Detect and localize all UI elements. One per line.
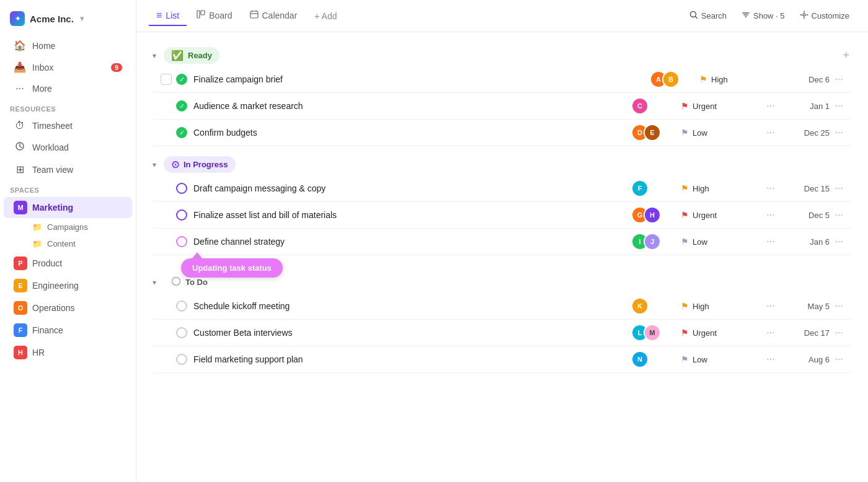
task-row[interactable]: Finalize asset list and bill of material… xyxy=(151,202,853,229)
customize-label: Customize xyxy=(812,11,849,20)
task-row[interactable]: ✓ Audience & market research C ⚑ Urgent … xyxy=(151,93,853,120)
sidebar: ✦ Acme Inc. ▾ 🏠 Home 📥 Inbox 9 ··· More … xyxy=(0,0,136,482)
group-ready-header: ▾ ✅ Ready + xyxy=(151,47,853,64)
in-progress-group-label[interactable]: ⊙ In Progress xyxy=(164,156,236,173)
sub-item-content[interactable]: 📁 Content xyxy=(4,236,132,252)
space-item-marketing[interactable]: M Marketing xyxy=(4,197,132,218)
task-row[interactable]: Customer Beta interviews L M ⚑ Urgent ··… xyxy=(151,320,853,346)
tab-list[interactable]: ≡ List xyxy=(149,6,187,26)
sidebar-item-timesheet[interactable]: ⏱ Timesheet xyxy=(4,116,132,136)
space-item-finance[interactable]: F Finance xyxy=(4,320,132,341)
task-row[interactable]: Field marketing support plan N ⚑ Low ···… xyxy=(151,346,853,373)
task-name: Finalize asset list and bill of material… xyxy=(187,210,631,220)
sidebar-item-teamview[interactable]: ⊞ Team view xyxy=(4,159,132,180)
ready-add-btn[interactable]: + xyxy=(839,48,853,63)
task-name: Finalize campaign brief xyxy=(187,74,650,84)
sidebar-item-inbox[interactable]: 📥 Inbox 9 xyxy=(4,57,132,77)
svg-rect-2 xyxy=(201,11,205,15)
task-status-circle[interactable] xyxy=(176,354,187,365)
task-row[interactable]: Define channel strategy I J ⚑ Low ··· Ja… xyxy=(151,229,853,255)
sidebar-item-more[interactable]: ··· More xyxy=(4,79,132,99)
to-do-collapse-btn[interactable]: ▾ xyxy=(151,277,157,288)
priority-label: Urgent xyxy=(693,328,717,338)
app-logo[interactable]: ✦ Acme Inc. ▾ xyxy=(0,7,136,35)
task-date: Dec 6 xyxy=(780,75,830,84)
task-more-menu[interactable]: ··· xyxy=(830,209,848,221)
workload-icon xyxy=(14,141,26,154)
ready-group-label[interactable]: ✅ Ready xyxy=(164,47,219,64)
space-item-hr[interactable]: H HR xyxy=(4,342,132,363)
task-date: Dec 5 xyxy=(780,211,830,220)
svg-rect-3 xyxy=(250,11,258,18)
task-status-circle[interactable]: ✓ xyxy=(176,100,187,112)
resources-section-label: Resources xyxy=(0,99,136,115)
task-more-menu[interactable]: ··· xyxy=(830,183,848,194)
task-status-circle[interactable] xyxy=(176,236,187,247)
task-status-circle[interactable]: ✓ xyxy=(176,127,187,138)
flag-icon: ⚑ xyxy=(681,210,689,220)
space-item-product[interactable]: P Product xyxy=(4,253,132,274)
avatar: K xyxy=(631,297,649,315)
tab-list-label: List xyxy=(166,11,179,20)
task-checkbox[interactable] xyxy=(156,74,176,85)
marketing-badge: M xyxy=(14,201,27,214)
task-more-menu[interactable]: ··· xyxy=(830,327,848,338)
task-row[interactable]: Draft campaign messaging & copy F ⚑ High… xyxy=(151,175,853,202)
task-more-menu[interactable]: ··· xyxy=(830,236,848,247)
tab-board[interactable]: Board xyxy=(189,6,239,25)
flag-icon: ⚑ xyxy=(681,328,689,338)
search-label: Search xyxy=(701,11,727,20)
task-status-circle[interactable] xyxy=(176,209,187,221)
checkbox-outer[interactable] xyxy=(161,74,172,85)
task-row[interactable]: ✓ Finalize campaign brief A B ⚑ High Dec… xyxy=(151,66,853,93)
topbar-right: Search Show · 5 Customize xyxy=(683,7,856,24)
tab-board-label: Board xyxy=(209,11,232,20)
task-more-menu[interactable]: ··· xyxy=(830,354,848,365)
task-date: Jan 1 xyxy=(780,102,830,111)
inbox-badge: 9 xyxy=(111,63,122,72)
task-status-circle[interactable] xyxy=(176,183,187,194)
avatar: M xyxy=(644,324,661,341)
avatar: F xyxy=(631,180,649,197)
finance-badge: F xyxy=(14,323,27,337)
show-button[interactable]: Show · 5 xyxy=(735,7,791,24)
task-status-circle[interactable] xyxy=(176,327,187,338)
flag-icon: ⚑ xyxy=(681,237,689,247)
sidebar-item-workload[interactable]: Workload xyxy=(4,137,132,158)
task-more-menu[interactable]: ··· xyxy=(830,100,848,112)
task-avatars: N xyxy=(631,351,681,368)
task-status-circle[interactable] xyxy=(176,300,187,312)
task-dots: ··· xyxy=(761,300,780,312)
search-button[interactable]: Search xyxy=(683,7,733,24)
task-date: Aug 6 xyxy=(780,355,830,364)
home-icon: 🏠 xyxy=(14,40,26,51)
sidebar-item-home[interactable]: 🏠 Home xyxy=(4,35,132,56)
task-more-menu[interactable]: ··· xyxy=(830,127,848,138)
sub-item-campaigns[interactable]: 📁 Campaigns xyxy=(4,219,132,235)
customize-button[interactable]: Customize xyxy=(794,7,856,24)
tab-add[interactable]: + Add xyxy=(307,7,344,25)
spaces-section-label: Spaces xyxy=(0,180,136,196)
task-status-circle[interactable]: ✓ xyxy=(176,74,187,85)
space-item-operations[interactable]: O Operations xyxy=(4,297,132,318)
operations-badge: O xyxy=(14,301,27,315)
inbox-icon: 📥 xyxy=(14,61,26,73)
task-name: Audience & market research xyxy=(187,101,631,111)
task-more-menu[interactable]: ··· xyxy=(830,74,848,85)
task-more-menu[interactable]: ··· xyxy=(830,300,848,312)
task-row[interactable]: Schedule kickoff meeting K ⚑ High ··· Ma… xyxy=(151,293,853,320)
in-progress-collapse-btn[interactable]: ▾ xyxy=(151,159,157,170)
task-row[interactable]: ✓ Confirm budgets D E ⚑ Low ··· Dec 25 ·… xyxy=(151,120,853,146)
task-priority: ⚑ Urgent xyxy=(681,210,761,220)
tab-calendar[interactable]: Calendar xyxy=(242,6,305,25)
add-tab-label: + Add xyxy=(314,11,337,21)
space-item-finance-label: Finance xyxy=(32,325,63,335)
task-date: May 5 xyxy=(780,302,830,311)
more-icon: ··· xyxy=(14,83,26,94)
show-label: Show · 5 xyxy=(753,11,785,20)
ready-collapse-btn[interactable]: ▾ xyxy=(151,50,157,61)
priority-label: Low xyxy=(693,355,707,364)
show-icon xyxy=(742,11,750,21)
customize-icon xyxy=(800,11,808,21)
space-item-engineering[interactable]: E Engineering xyxy=(4,275,132,296)
